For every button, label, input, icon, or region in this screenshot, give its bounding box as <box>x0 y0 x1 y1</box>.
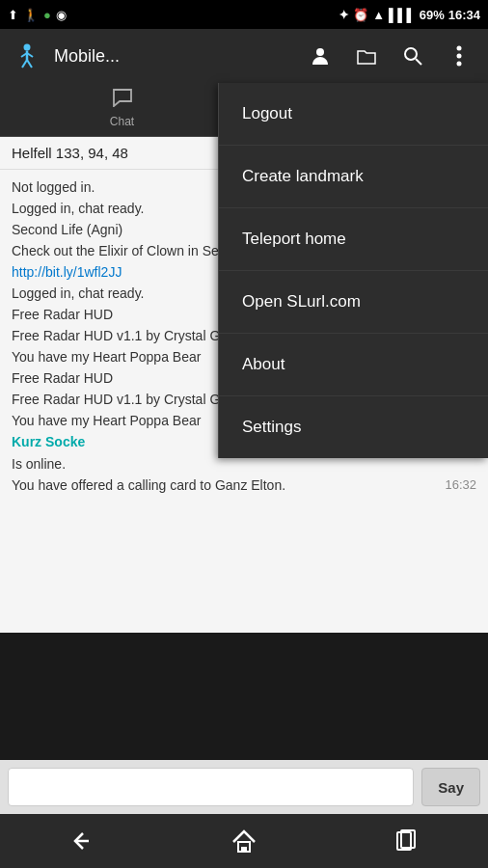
list-item: You have offered a calling card to Ganz … <box>12 475 476 496</box>
more-icon <box>456 45 462 67</box>
menu-item-teleport-home[interactable]: Teleport home <box>219 208 488 271</box>
menu-item-logout[interactable]: Logout <box>219 83 488 146</box>
tab-chat[interactable]: Chat <box>0 83 244 136</box>
home-button[interactable] <box>215 814 273 868</box>
say-button[interactable]: Say <box>421 768 480 806</box>
chat-icon <box>112 88 133 112</box>
folder-button[interactable] <box>345 35 388 77</box>
person-button[interactable] <box>299 35 341 77</box>
tab-chat-label: Chat <box>110 115 134 128</box>
svg-rect-14 <box>241 847 247 852</box>
menu-item-open-slurl[interactable]: Open SLurl.com <box>219 271 488 334</box>
home-icon <box>231 828 257 854</box>
app-bar-actions <box>299 35 480 77</box>
search-icon <box>402 45 423 67</box>
wifi-icon: ▲ <box>372 8 385 22</box>
time-display: 16:34 <box>448 8 480 22</box>
stick-figure-icon <box>14 42 41 69</box>
svg-line-5 <box>27 60 32 68</box>
back-icon <box>68 829 95 853</box>
status-icons-left: ⬆ 🚶 ● ◉ <box>8 8 67 22</box>
bluetooth-icon: ✦ <box>339 8 349 22</box>
location-text: Helfell 133, 94, 48 <box>12 145 128 161</box>
battery-level: 69% <box>420 8 445 22</box>
menu-item-about[interactable]: About <box>219 334 488 396</box>
signal-icon: ▌▌▌ <box>389 8 416 22</box>
usb-icon: ⬆ <box>8 8 18 22</box>
svg-point-10 <box>457 54 462 59</box>
android-icon: ◉ <box>56 8 67 22</box>
recent-icon <box>394 829 420 853</box>
bottom-nav <box>0 814 488 868</box>
menu-item-create-landmark[interactable]: Create landmark <box>219 146 488 208</box>
svg-line-4 <box>22 60 27 68</box>
app-title: Mobile... <box>54 46 299 67</box>
chat-input[interactable] <box>8 768 414 806</box>
check-icon: ● <box>43 8 51 22</box>
menu-item-settings[interactable]: Settings <box>219 396 488 458</box>
svg-point-6 <box>316 48 324 56</box>
alarm-icon: ⏰ <box>353 8 368 22</box>
status-icons-right: ✦ ⏰ ▲ ▌▌▌ 69% 16:34 <box>339 8 480 22</box>
folder-icon <box>356 46 377 66</box>
search-button[interactable] <box>392 35 434 77</box>
svg-line-8 <box>416 59 421 65</box>
recent-button[interactable] <box>378 814 436 868</box>
input-area: Say <box>0 760 488 814</box>
walking-icon: 🚶 <box>23 8 39 22</box>
svg-point-11 <box>457 62 462 67</box>
chat-bubble-icon <box>112 88 133 107</box>
svg-point-7 <box>405 48 417 60</box>
more-button[interactable] <box>438 35 480 77</box>
svg-point-0 <box>24 44 31 51</box>
person-icon <box>310 45 331 67</box>
app-bar: Mobile... <box>0 29 488 83</box>
status-bar: ⬆ 🚶 ● ◉ ✦ ⏰ ▲ ▌▌▌ 69% 16:34 <box>0 0 488 29</box>
back-button[interactable] <box>52 814 110 868</box>
app-logo <box>8 37 46 75</box>
svg-point-9 <box>457 46 462 51</box>
dropdown-menu: Logout Create landmark Teleport home Ope… <box>218 83 488 458</box>
